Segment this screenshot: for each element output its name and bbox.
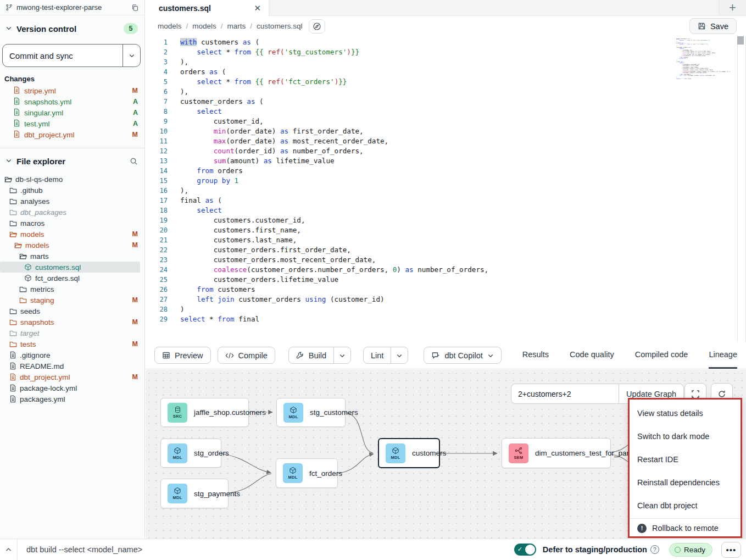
close-tab-icon[interactable]: ✕	[254, 3, 261, 13]
line-number: 26	[146, 285, 168, 295]
code-line-29: select * from final	[675, 79, 730, 80]
change-row-stripe.yml[interactable]: stripe.ymlM	[0, 85, 144, 96]
line-number: 28	[146, 304, 168, 314]
tree-item-analyses[interactable]: analyses	[0, 196, 140, 207]
tree-item--github[interactable]: .github	[0, 185, 140, 196]
code-token: select	[180, 315, 205, 323]
editor-scrollbar[interactable]	[737, 36, 744, 45]
commit-options-chevron[interactable]	[123, 45, 140, 66]
dbt-copilot-button[interactable]: dbt Copilot	[424, 347, 501, 364]
expand-command-bar-icon[interactable]	[0, 539, 18, 560]
defer-toggle[interactable]: ✓	[514, 544, 536, 556]
change-row-dbt_project.yml[interactable]: dbt_project.ymlM	[0, 129, 144, 140]
lint-button[interactable]: Lint	[364, 347, 391, 363]
tree-item-seeds[interactable]: seeds	[0, 306, 140, 317]
code-token: sum	[214, 157, 226, 165]
code-token: }}	[351, 48, 359, 56]
breadcrumb-customers-sql[interactable]: customers.sql	[257, 22, 302, 30]
code-editor[interactable]: 1with customers as (2 select * from {{ r…	[146, 36, 746, 342]
tab-lineage[interactable]: Lineage	[709, 342, 737, 369]
breadcrumb-marts[interactable]: marts	[227, 22, 246, 30]
lineage-selector-input[interactable]	[511, 384, 619, 404]
node-label: stg_customers	[310, 408, 358, 417]
code-token: left join	[680, 75, 687, 76]
menu-item-clean-dbt-project[interactable]: Clean dbt project	[630, 494, 741, 517]
lineage-node-jaffle[interactable]: SRCjaffle_shop.customers	[160, 398, 249, 427]
lineage-node-dim[interactable]: SEMdim_customers_test_for_parse	[502, 438, 611, 468]
tree-item-db-sl-qs-demo[interactable]: db-sl-qs-demo	[0, 174, 140, 185]
tree-item--gitignore[interactable]: .gitignore	[0, 350, 140, 361]
line-content: customers.first_name,	[168, 225, 301, 235]
lint-options-chevron[interactable]	[391, 347, 408, 363]
help-icon[interactable]: ?	[650, 545, 659, 554]
code-token	[180, 127, 214, 135]
line-content: select * from {{ ref('fct_orders')}}	[168, 77, 347, 87]
version-control-header[interactable]: Version control 5	[0, 15, 144, 38]
command-input[interactable]: dbt build --select <model_name>	[18, 545, 514, 554]
change-row-test.yml[interactable]: test.ymlA	[0, 118, 144, 129]
tree-item-fct-orders-sql[interactable]: fct_orders.sql	[0, 273, 140, 284]
tree-item-models[interactable]: modelsM	[0, 240, 140, 251]
breadcrumb-models[interactable]: models	[192, 22, 216, 30]
menu-item-switch-to-dark-mode[interactable]: Switch to dark mode	[630, 425, 741, 448]
tree-item-packages-yml[interactable]: packages.yml	[0, 393, 140, 404]
lineage-node-stg_payments[interactable]: MDLstg_payments	[160, 479, 229, 508]
menu-item-view-status-details[interactable]: View status details	[630, 402, 741, 425]
change-row-singular.yml[interactable]: singular.ymlA	[0, 107, 144, 118]
lineage-node-customers[interactable]: MDLcustomers	[378, 438, 440, 468]
ready-status-badge[interactable]: Ready	[669, 543, 712, 557]
tree-item-customers-sql[interactable]: customers.sql	[0, 262, 140, 273]
tab-results[interactable]: Results	[522, 342, 549, 369]
code-line-24: 24 coalesce(customer_orders.number_of_or…	[146, 265, 745, 275]
save-label: Save	[710, 22, 728, 31]
tree-item-staging[interactable]: stagingM	[0, 295, 140, 306]
build-options-chevron[interactable]	[333, 347, 350, 363]
lineage-node-stg_orders[interactable]: MDLstg_orders	[160, 439, 221, 468]
code-lines: 1with customers as (2 select * from {{ r…	[146, 37, 745, 342]
breadcrumb-models[interactable]: models	[158, 22, 182, 30]
menu-item-restart-ide[interactable]: Restart IDE	[630, 448, 741, 471]
build-button[interactable]: Build	[289, 347, 333, 363]
tree-item-snapshots[interactable]: snapshotsM	[0, 317, 140, 328]
mdl-badge-icon: MDL	[168, 484, 187, 503]
navigate-icon[interactable]	[309, 19, 325, 34]
tree-item-label: dbt_project.yml	[20, 373, 70, 381]
new-tab-button[interactable]: +	[719, 0, 746, 15]
menu-item-rollback-to-remote[interactable]: ! Rollback to remote	[630, 520, 741, 536]
line-content: customers.customer_id,	[168, 215, 305, 225]
file-icon	[9, 395, 16, 403]
tree-item-marts[interactable]: marts	[0, 251, 140, 262]
commit-and-sync-button[interactable]: Commit and sync	[2, 44, 141, 67]
line-number: 7	[146, 97, 168, 107]
code-token	[180, 137, 214, 145]
line-number: 15	[146, 176, 168, 186]
code-token: 1	[235, 176, 239, 185]
more-options-button[interactable]: •••	[721, 542, 741, 558]
file-explorer-header[interactable]: File explorer	[0, 148, 144, 170]
menu-item-reinstall-dependencies[interactable]: Reinstall dependencies	[630, 471, 741, 494]
tab-compiled-code[interactable]: Compiled code	[635, 342, 688, 369]
tree-item-package-lock-yml[interactable]: package-lock.yml	[0, 382, 140, 393]
tree-item-target[interactable]: target	[0, 328, 140, 339]
folder-icon	[19, 297, 27, 304]
tree-item-metrics[interactable]: metrics	[0, 284, 140, 295]
tree-item-readme-md[interactable]: README.md	[0, 361, 140, 372]
tree-item-models[interactable]: modelsM	[0, 229, 140, 240]
tab-customers-sql[interactable]: customers.sql ✕	[146, 0, 269, 16]
editor-minimap[interactable]: with customers as ( select * from {{ ref…	[675, 38, 730, 104]
tree-item-macros[interactable]: macros	[0, 218, 140, 229]
tree-item-dbt-packages[interactable]: dbt_packages	[0, 207, 140, 218]
compile-button[interactable]: Compile	[218, 347, 275, 364]
lineage-node-stg_customers[interactable]: MDLstg_customers	[276, 398, 346, 427]
code-token: select	[197, 48, 222, 56]
tab-code-quality[interactable]: Code quality	[570, 342, 614, 369]
tree-item-dbt-project-yml[interactable]: dbt_project.ymlM	[0, 372, 140, 382]
preview-button[interactable]: Preview	[154, 347, 211, 364]
lineage-node-fct_orders[interactable]: MDLfct_orders	[276, 458, 338, 488]
copy-icon[interactable]	[131, 4, 139, 12]
save-button[interactable]: Save	[689, 18, 737, 34]
tree-item-tests[interactable]: testsM	[0, 339, 140, 350]
line-content: ),	[168, 186, 188, 196]
change-row-snapshots.yml[interactable]: snapshots.ymlA	[0, 96, 144, 107]
search-icon[interactable]	[130, 157, 138, 165]
